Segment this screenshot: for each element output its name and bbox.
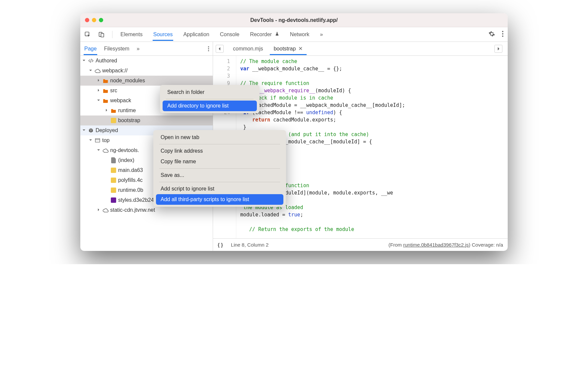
devtools-window: DevTools - ng-devtools.netlify.app/ Elem… <box>80 13 508 251</box>
tab-console[interactable]: Console <box>219 28 240 41</box>
frame-icon <box>95 137 101 143</box>
svg-point-7 <box>208 48 209 49</box>
css-file-icon <box>110 197 116 203</box>
toolbar-right <box>488 31 504 38</box>
divider <box>159 182 280 182</box>
ctx-add-script-ignore[interactable]: Add script to ignore list <box>156 184 283 194</box>
history-back-icon[interactable] <box>216 45 224 53</box>
js-file-icon <box>110 187 116 193</box>
tab-application[interactable]: Application <box>183 28 210 41</box>
svg-point-3 <box>502 31 503 32</box>
svg-point-6 <box>208 46 209 47</box>
folder-icon <box>103 88 109 94</box>
main-tab-strip: Elements Sources Application Console Rec… <box>120 28 481 41</box>
panes: Page Filesystem » Authored webpack:// <box>80 42 508 251</box>
tree-authored[interactable]: Authored <box>80 56 213 66</box>
divider <box>166 99 254 99</box>
ctx-open-new-tab[interactable]: Open in new tab <box>156 132 283 143</box>
zoom-window-button[interactable] <box>99 18 103 22</box>
settings-icon[interactable] <box>488 31 495 38</box>
sidebar-tabs-overflow[interactable]: » <box>136 42 140 55</box>
folder-context-menu: Search in folder Add directory to ignore… <box>160 85 259 113</box>
js-file-icon <box>110 117 116 123</box>
tab-sources[interactable]: Sources <box>153 28 174 41</box>
ctx-copy-name[interactable]: Copy file name <box>156 156 283 167</box>
sidebar-menu-icon[interactable] <box>208 46 209 52</box>
folder-icon <box>103 98 109 104</box>
minimize-window-button[interactable] <box>92 18 96 22</box>
main-toolbar: Elements Sources Application Console Rec… <box>80 27 508 42</box>
cloud-icon <box>103 147 109 153</box>
editor-status-bar: { } Line 8, Column 2 (From runtime.0b841… <box>213 238 508 251</box>
tab-elements[interactable]: Elements <box>120 28 143 41</box>
folder-icon <box>110 108 116 114</box>
sidebar-tab-page[interactable]: Page <box>84 42 97 55</box>
ctx-copy-link[interactable]: Copy link address <box>156 146 283 156</box>
sidebar-tab-filesystem[interactable]: Filesystem <box>103 42 130 55</box>
ctx-add-all-thirdparty-ignore[interactable]: Add all third-party scripts to ignore li… <box>156 194 283 205</box>
editor-tab-bootstrap[interactable]: bootstrap ✕ <box>270 42 307 55</box>
tabs-overflow[interactable]: » <box>319 28 324 41</box>
cube-icon <box>88 127 94 133</box>
divider <box>159 168 280 169</box>
code-icon <box>88 58 94 64</box>
tree-bootstrap[interactable]: bootstrap <box>80 115 213 125</box>
tree-webpack[interactable]: webpack:// <box>80 66 213 76</box>
pretty-print-icon[interactable]: { } <box>218 242 223 248</box>
ctx-search-folder[interactable]: Search in folder <box>163 87 257 98</box>
close-window-button[interactable] <box>85 18 89 22</box>
window-title: DevTools - ng-devtools.netlify.app/ <box>80 17 508 23</box>
editor-tabs: common.mjs bootstrap ✕ <box>213 42 508 56</box>
divider <box>159 144 280 144</box>
kebab-icon[interactable] <box>502 31 504 38</box>
ctx-save-as[interactable]: Save as... <box>156 170 283 181</box>
svg-rect-2 <box>101 33 104 37</box>
svg-rect-9 <box>95 139 100 142</box>
cloud-icon <box>95 68 101 74</box>
flask-icon <box>275 32 279 37</box>
document-icon <box>110 157 116 163</box>
svg-point-4 <box>502 33 503 35</box>
titlebar: DevTools - ng-devtools.netlify.app/ <box>80 13 508 27</box>
close-icon[interactable]: ✕ <box>298 45 303 52</box>
separator <box>112 31 112 38</box>
js-file-icon <box>110 167 116 173</box>
source-mapping: (From runtime.0b841bad3967f3c2.js) Cover… <box>389 242 503 248</box>
tab-recorder[interactable]: Recorder <box>249 28 280 41</box>
history-forward-icon[interactable] <box>494 45 502 53</box>
device-toggle-icon[interactable] <box>98 31 105 38</box>
inspect-icon[interactable] <box>84 31 91 38</box>
tree-node-modules[interactable]: node_modules <box>80 76 213 86</box>
window-controls <box>85 18 103 22</box>
cloud-icon <box>103 207 109 213</box>
folder-icon <box>103 78 109 84</box>
js-file-icon <box>110 177 116 183</box>
svg-point-5 <box>502 36 503 37</box>
cursor-position: Line 8, Column 2 <box>231 242 268 248</box>
tab-network[interactable]: Network <box>289 28 310 41</box>
mapped-file-link[interactable]: runtime.0b841bad3967f3c2.js <box>403 242 469 248</box>
ctx-add-dir-ignore[interactable]: Add directory to ignore list <box>163 101 257 111</box>
file-context-menu: Open in new tab Copy link address Copy f… <box>153 130 286 207</box>
svg-point-8 <box>208 50 209 51</box>
sidebar-tabs: Page Filesystem » <box>80 42 213 56</box>
editor-tab-common[interactable]: common.mjs <box>229 42 267 55</box>
